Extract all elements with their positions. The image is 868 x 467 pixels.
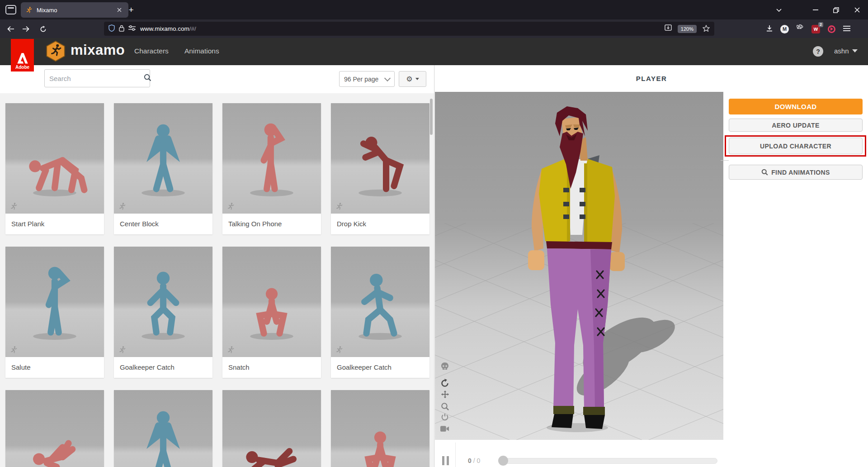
- tracking-shield-icon[interactable]: [108, 24, 115, 33]
- search-icon[interactable]: [144, 74, 151, 83]
- restore-button[interactable]: [829, 4, 843, 16]
- chevron-down-icon: [852, 49, 858, 52]
- puzzle-extension-icon[interactable]: [797, 24, 804, 33]
- mixamo-favicon-icon: [25, 6, 33, 14]
- menu-hamburger-icon[interactable]: [843, 25, 850, 33]
- controls-divider: [455, 443, 456, 467]
- animation-thumbnail[interactable]: [114, 390, 212, 467]
- aero-update-button[interactable]: AERO UPDATE: [729, 119, 863, 132]
- animation-thumbnail[interactable]: [114, 247, 212, 357]
- animation-card[interactable]: Drop Kick: [331, 103, 429, 234]
- url-bar[interactable]: www.mixamo.com/#/ 120%: [104, 22, 714, 36]
- bookmark-star-icon[interactable]: [703, 25, 710, 33]
- animation-thumbnail[interactable]: [5, 103, 104, 214]
- tab-title: Mixamo: [37, 7, 115, 14]
- animation-card[interactable]: Talking On Phone: [222, 103, 321, 234]
- nav-animations[interactable]: Animations: [184, 47, 219, 55]
- skeleton-skull-icon[interactable]: [440, 362, 450, 372]
- animation-thumbnail[interactable]: [114, 103, 212, 214]
- username: ashn: [834, 47, 849, 55]
- pan-move-icon[interactable]: [440, 389, 450, 399]
- animation-card[interactable]: Goalkeeper Catch: [114, 247, 212, 378]
- animation-thumbnail[interactable]: [222, 390, 321, 467]
- save-page-icon[interactable]: [665, 24, 672, 33]
- viewer-3d[interactable]: [435, 92, 723, 440]
- animation-thumbnail[interactable]: [331, 247, 429, 357]
- animation-card[interactable]: Salute: [5, 247, 104, 378]
- back-icon[interactable]: [5, 23, 17, 35]
- animation-card-title: Talking On Phone: [222, 214, 321, 234]
- timeline-track[interactable]: [500, 458, 717, 464]
- pause-icon[interactable]: [442, 456, 449, 465]
- close-window-button[interactable]: [850, 4, 864, 16]
- animation-card[interactable]: Center Block: [114, 103, 212, 234]
- animation-thumbnail[interactable]: [331, 390, 429, 467]
- lock-icon[interactable]: [119, 25, 124, 33]
- w-extension-icon[interactable]: w2: [811, 25, 820, 33]
- browser-toolbar: www.mixamo.com/#/ 120% M w2: [0, 19, 868, 38]
- animation-grid: Start Plank Center Block Talking On Phon…: [5, 103, 429, 467]
- play-extension-icon[interactable]: [828, 25, 835, 33]
- tab-close-icon[interactable]: [115, 5, 124, 14]
- animation-card[interactable]: [331, 390, 429, 467]
- animation-card[interactable]: Snatch: [222, 247, 321, 378]
- minimize-button[interactable]: [809, 4, 822, 16]
- animation-thumbnail[interactable]: [5, 247, 104, 357]
- chevron-down-icon: [384, 75, 391, 81]
- animation-card-title: Center Block: [114, 214, 212, 234]
- animation-card-title: Goalkeeper Catch: [331, 357, 429, 378]
- viewer-tools: [435, 92, 455, 440]
- zoom-level-badge[interactable]: 120%: [678, 25, 697, 33]
- animation-card-title: Drop Kick: [331, 214, 429, 234]
- profile-extension-icon[interactable]: M: [780, 25, 789, 33]
- adobe-label: Adobe: [15, 65, 29, 70]
- animation-card[interactable]: [222, 390, 321, 467]
- mixamo-logo-icon[interactable]: [45, 41, 66, 62]
- camera-icon[interactable]: [440, 424, 450, 434]
- url-text[interactable]: www.mixamo.com/#/: [140, 25, 660, 32]
- zoom-icon[interactable]: [440, 401, 450, 411]
- help-icon[interactable]: ?: [813, 46, 823, 57]
- reload-icon[interactable]: [37, 23, 49, 35]
- forward-icon[interactable]: [19, 23, 32, 35]
- gear-icon: ⚙: [406, 76, 412, 83]
- timeline-handle[interactable]: [498, 456, 508, 466]
- animation-card[interactable]: Start Plank: [5, 103, 104, 234]
- new-tab-button[interactable]: +: [125, 4, 137, 16]
- find-animations-label: FIND ANIMATIONS: [771, 169, 830, 176]
- permissions-icon[interactable]: [128, 25, 136, 32]
- extension-badge: 2: [818, 22, 823, 27]
- animation-thumbnail[interactable]: [331, 103, 429, 214]
- browser-tab[interactable]: Mixamo: [21, 2, 128, 18]
- downloads-icon[interactable]: [766, 25, 773, 33]
- animation-card[interactable]: [114, 390, 212, 467]
- character-model: [435, 92, 723, 440]
- animation-thumbnail[interactable]: [5, 390, 104, 467]
- firefox-view-icon[interactable]: [5, 5, 16, 14]
- app-window: Mixamo +: [0, 0, 868, 467]
- caret-down-icon: [415, 78, 419, 80]
- animation-card-title: Salute: [5, 357, 104, 378]
- user-menu[interactable]: ashn: [834, 47, 858, 55]
- animation-thumbnail[interactable]: [222, 247, 321, 357]
- brand-wordmark[interactable]: mixamo: [71, 42, 125, 58]
- search-input[interactable]: [45, 75, 144, 82]
- upload-character-button[interactable]: UPLOAD CHARACTER: [729, 138, 863, 154]
- power-icon[interactable]: [440, 412, 450, 422]
- find-animations-button[interactable]: FIND ANIMATIONS: [729, 165, 863, 180]
- per-page-select[interactable]: 96 Per page: [339, 71, 395, 87]
- animation-card[interactable]: Goalkeeper Catch: [331, 247, 429, 378]
- nav-characters[interactable]: Characters: [134, 47, 169, 55]
- reset-view-icon[interactable]: [440, 378, 450, 388]
- animation-card[interactable]: [5, 390, 104, 467]
- tab-list-chevron-icon[interactable]: [772, 4, 786, 16]
- search-box[interactable]: [44, 69, 150, 87]
- animation-thumbnail[interactable]: [222, 103, 321, 214]
- player-sidebar: DOWNLOAD AERO UPDATE UPLOAD CHARACTER FI…: [723, 65, 868, 467]
- library-scrollbar[interactable]: [430, 99, 433, 135]
- adobe-logo[interactable]: Adobe: [11, 39, 34, 71]
- sidebar-divider: [721, 160, 729, 161]
- search-icon: [761, 169, 768, 176]
- download-button[interactable]: DOWNLOAD: [729, 99, 863, 114]
- settings-dropdown-button[interactable]: ⚙: [399, 71, 426, 87]
